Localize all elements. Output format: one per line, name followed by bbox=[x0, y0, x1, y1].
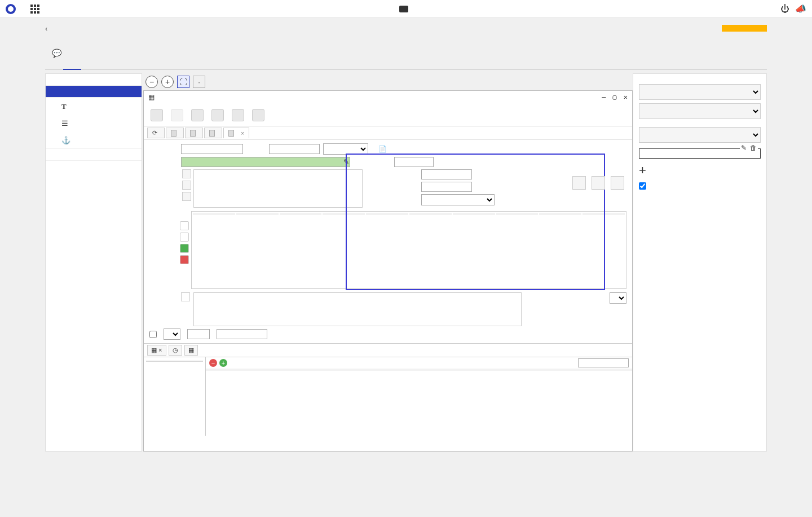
items-row[interactable] bbox=[193, 216, 625, 218]
edit-icon[interactable]: ✎ bbox=[343, 158, 349, 166]
duplicate-box bbox=[572, 174, 624, 190]
tbtn-receipt[interactable] bbox=[249, 108, 268, 124]
save-icon bbox=[171, 109, 183, 121]
apps-grid-icon[interactable] bbox=[30, 5, 39, 14]
vat-select[interactable] bbox=[421, 194, 495, 205]
sidebar-sub-list[interactable]: ☰ bbox=[46, 115, 142, 132]
delivery-note-icon bbox=[572, 176, 586, 190]
list-add-icon[interactable]: + bbox=[219, 359, 227, 367]
left-sidebar: T ☰ ⚓ bbox=[45, 73, 142, 452]
sidebar-sub-anchor[interactable]: ⚓ bbox=[46, 132, 142, 148]
remarks-box[interactable] bbox=[193, 292, 522, 326]
comment-icon[interactable]: 💬 bbox=[52, 49, 61, 58]
date-field[interactable] bbox=[269, 144, 320, 154]
save-button[interactable] bbox=[722, 25, 767, 32]
doctab-start[interactable]: ⟳ bbox=[147, 128, 165, 138]
dup-delivery[interactable] bbox=[572, 176, 586, 190]
sidebar-item-search-criteria[interactable] bbox=[46, 86, 142, 98]
edit-icon[interactable]: ✎ bbox=[741, 144, 747, 152]
tab-source[interactable] bbox=[45, 60, 63, 69]
sidebar-sub-text[interactable]: T bbox=[46, 98, 142, 115]
zoom-in-button[interactable]: + bbox=[161, 76, 174, 88]
tbtn-print[interactable] bbox=[147, 108, 166, 124]
payuntil-field[interactable] bbox=[217, 329, 267, 339]
doctab-2[interactable] bbox=[185, 128, 203, 138]
list-remove-icon[interactable]: − bbox=[209, 359, 217, 367]
operator-select[interactable] bbox=[639, 127, 761, 143]
dash-select[interactable] bbox=[323, 143, 368, 155]
refresh-icon: ⟳ bbox=[152, 129, 157, 137]
expenditure-icon bbox=[232, 109, 244, 121]
right-panel: ✎ 🗑 + bbox=[633, 73, 767, 452]
power-icon[interactable]: ⏻ bbox=[780, 4, 789, 14]
tab-smart-search[interactable] bbox=[63, 60, 81, 70]
doctab-1[interactable] bbox=[166, 128, 184, 138]
btab-contacts[interactable]: ◷ bbox=[169, 345, 182, 356]
item-folder-icon[interactable] bbox=[180, 233, 189, 242]
sidebar-item-identification[interactable] bbox=[46, 74, 142, 86]
item-add-icon[interactable] bbox=[180, 244, 189, 253]
ship-select[interactable] bbox=[610, 292, 626, 304]
selection-mode-a[interactable]: ⛶ bbox=[177, 76, 189, 88]
tab-permissions[interactable] bbox=[81, 60, 99, 69]
document-tree[interactable] bbox=[144, 357, 206, 436]
receipt-icon bbox=[252, 109, 264, 121]
window-toolbar bbox=[144, 106, 632, 126]
print-icon bbox=[151, 109, 163, 121]
app-icon: ▦ bbox=[148, 93, 155, 101]
search-dialog-select[interactable] bbox=[639, 103, 761, 119]
action-bar: ‹ bbox=[0, 18, 812, 38]
item-remove-icon[interactable] bbox=[180, 255, 189, 264]
file-cabinet-select[interactable] bbox=[639, 84, 761, 100]
no-field[interactable] bbox=[181, 144, 243, 154]
duedays-field[interactable] bbox=[187, 329, 210, 339]
address-label bbox=[149, 169, 178, 208]
servicedate-field[interactable] bbox=[421, 169, 472, 179]
addr-icon-1[interactable] bbox=[182, 169, 191, 178]
field-empty-checkbox[interactable] bbox=[639, 182, 646, 190]
dunning-icon bbox=[611, 176, 624, 190]
tbtn-save[interactable] bbox=[167, 108, 187, 124]
selection-mode-b[interactable]: · bbox=[193, 76, 205, 88]
doctab-4[interactable]: × bbox=[223, 128, 249, 138]
consultant-field[interactable] bbox=[394, 157, 434, 167]
address-box[interactable] bbox=[193, 169, 363, 208]
btab-expenditure[interactable]: ▦ bbox=[184, 345, 198, 356]
totals bbox=[525, 292, 626, 326]
add-criteria-button[interactable]: + bbox=[639, 163, 761, 178]
addr-icon-3[interactable] bbox=[182, 192, 191, 201]
brand bbox=[6, 4, 19, 14]
window-titlebar: ▦ — ▢ ✕ bbox=[144, 91, 632, 103]
custref-field[interactable] bbox=[181, 157, 350, 167]
list-icon: ☰ bbox=[61, 119, 69, 127]
invoice-doc-icon: 📄 bbox=[378, 145, 387, 153]
items-label bbox=[149, 211, 178, 289]
payment-method[interactable] bbox=[164, 328, 180, 340]
tbtn-invoice[interactable] bbox=[188, 108, 207, 124]
invoice-table bbox=[206, 369, 632, 371]
sidebar-item-trigger[interactable] bbox=[46, 148, 142, 161]
announcement-icon[interactable]: 📣 bbox=[795, 3, 806, 14]
orderdate-field[interactable] bbox=[421, 182, 472, 192]
back-button[interactable]: ‹ bbox=[45, 24, 47, 33]
remarks-icon[interactable] bbox=[181, 292, 190, 301]
search-input[interactable] bbox=[578, 358, 629, 367]
canvas-toolbar: − + ⛶ · bbox=[142, 73, 633, 90]
doctab-3[interactable] bbox=[204, 128, 222, 138]
dup-credit[interactable] bbox=[592, 176, 605, 190]
addr-icon-2[interactable] bbox=[182, 181, 191, 190]
zoom-out-button[interactable]: − bbox=[145, 76, 158, 88]
invoice-form: 📄 ✎ bbox=[144, 140, 632, 343]
btab-documents[interactable]: ▦ × bbox=[147, 345, 166, 356]
item-doc-icon[interactable] bbox=[180, 221, 189, 230]
config-tabs bbox=[45, 60, 767, 70]
tbtn-delivery[interactable] bbox=[208, 108, 227, 124]
maximize-icon[interactable]: ▢ bbox=[613, 93, 617, 101]
close-tab-icon[interactable]: × bbox=[241, 130, 244, 137]
paid-checkbox[interactable] bbox=[149, 331, 157, 338]
close-icon[interactable]: ✕ bbox=[624, 93, 628, 101]
delete-icon[interactable]: 🗑 bbox=[750, 144, 757, 152]
minimize-icon[interactable]: — bbox=[602, 93, 606, 101]
dup-dunning[interactable] bbox=[611, 176, 624, 190]
tbtn-expenditure[interactable] bbox=[228, 108, 248, 124]
